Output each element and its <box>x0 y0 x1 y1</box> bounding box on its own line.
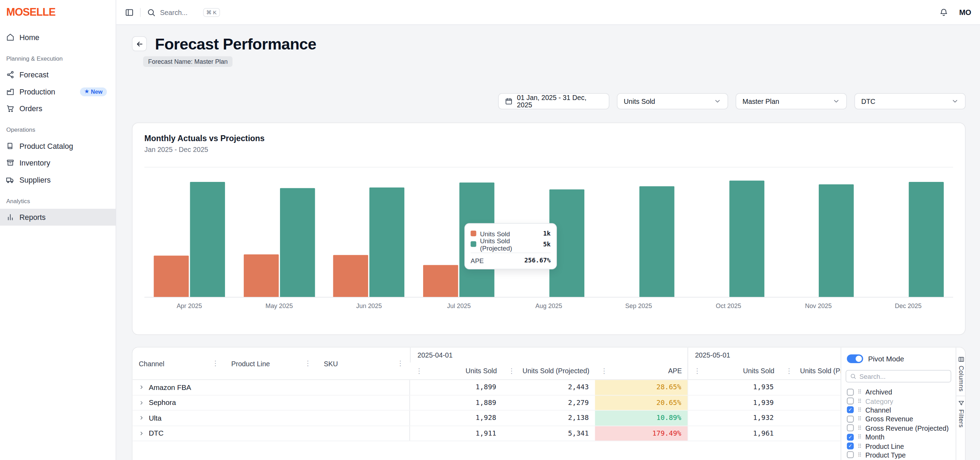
page-title: Forecast Performance <box>155 35 316 52</box>
bar-units-sold-projected[interactable] <box>640 186 675 297</box>
moselle-logo[interactable]: MOSELLE <box>0 6 116 29</box>
row-expand-chevron-icon[interactable] <box>138 430 144 436</box>
channel-cell[interactable]: Amazon FBA <box>132 380 225 395</box>
metric-select[interactable]: Units Sold <box>617 93 728 109</box>
drag-handle-icon[interactable]: ⠿ <box>858 407 862 413</box>
bar-units-sold[interactable] <box>333 255 369 297</box>
tab-filters[interactable]: Filters <box>956 395 966 431</box>
tab-columns[interactable]: Columns <box>956 353 966 396</box>
pivot-mode-toggle[interactable] <box>847 355 863 363</box>
sidebar-toggle-icon[interactable] <box>125 8 134 16</box>
plan-select[interactable]: Master Plan <box>735 93 846 109</box>
bar-units-sold[interactable] <box>154 256 189 297</box>
channel-cell[interactable]: DTC <box>132 426 225 441</box>
arrow-left-icon <box>135 40 143 48</box>
product-line-cell <box>225 395 318 410</box>
column-search[interactable] <box>846 370 951 383</box>
sidebar-item-product-catalog[interactable]: Product Catalog <box>0 137 116 154</box>
field-checkbox[interactable] <box>847 398 854 404</box>
column-field-row[interactable]: ⠿Product Type <box>846 450 951 460</box>
bar-units-sold-projected[interactable] <box>369 187 405 297</box>
date-range-picker[interactable]: 01 Jan, 2025 - 31 Dec, 2025 <box>498 93 609 109</box>
sidebar-item-reports[interactable]: Reports <box>0 209 116 225</box>
drag-handle-icon[interactable]: ⠿ <box>858 452 862 458</box>
column-field-row[interactable]: ✓⠿Channel <box>846 406 951 415</box>
bar-units-sold-projected[interactable] <box>819 184 854 297</box>
column-menu-icon[interactable]: ⋮ <box>212 360 219 367</box>
channel-cell[interactable]: Sephora <box>132 395 225 410</box>
sidebar-item-suppliers[interactable]: Suppliers <box>0 171 116 188</box>
chevron-down-icon <box>951 97 959 105</box>
page-content: Forecast Performance Forecast Name: Mast… <box>116 25 980 460</box>
bar-units-sold[interactable] <box>423 265 458 297</box>
field-checkbox[interactable] <box>847 452 854 458</box>
column-menu-icon[interactable]: ⋮ <box>694 367 701 374</box>
header-sku[interactable]: SKU ⋮ <box>318 347 410 379</box>
sidebar-item-inventory[interactable]: Inventory <box>0 154 116 171</box>
units-sold-apr-cell: 1,928 <box>410 410 503 425</box>
column-menu-icon[interactable]: ⋮ <box>508 367 515 374</box>
user-avatar[interactable]: MO <box>959 8 971 16</box>
drag-handle-icon[interactable]: ⠿ <box>858 398 862 404</box>
column-menu-icon[interactable]: ⋮ <box>601 367 608 374</box>
header-channel[interactable]: Channel ⋮ <box>132 347 225 379</box>
notification-bell-icon[interactable] <box>939 8 948 16</box>
back-button[interactable] <box>132 36 147 51</box>
home-icon <box>6 33 14 41</box>
bar-units-sold-projected[interactable] <box>280 188 315 297</box>
header-units-sold-apr[interactable]: ⋮Units Sold <box>410 362 503 379</box>
row-expand-chevron-icon[interactable] <box>138 415 144 421</box>
bar-units-sold-projected[interactable] <box>909 182 944 297</box>
drag-handle-icon[interactable]: ⠿ <box>858 434 862 440</box>
bar-group <box>773 168 863 297</box>
field-checkbox[interactable]: ✓ <box>847 433 854 441</box>
column-menu-icon[interactable]: ⋮ <box>304 360 311 367</box>
column-field-row[interactable]: ⠿Gross Revenue <box>846 414 951 423</box>
column-field-row[interactable]: ⠿Gross Revenue (Projected) <box>846 423 951 433</box>
column-field-row[interactable]: ⠿Category <box>846 396 951 406</box>
field-checkbox[interactable] <box>847 415 854 422</box>
drag-handle-icon[interactable]: ⠿ <box>858 389 862 395</box>
grid-header: Channel ⋮ Product Line ⋮ SKU ⋮ <box>132 347 840 380</box>
sidebar-item-home[interactable]: Home <box>0 29 116 46</box>
column-field-row[interactable]: ✓⠿Product Line <box>846 441 951 450</box>
header-ape-apr[interactable]: ⋮APE <box>595 362 688 379</box>
header-units-sold-projected-apr[interactable]: ⋮Units Sold (Projected) <box>503 362 595 379</box>
x-axis-label: Sep 2025 <box>594 302 684 310</box>
actual-swatch <box>471 231 476 236</box>
sidebar-item-orders[interactable]: Orders <box>0 100 116 117</box>
group-header-april: 2025-04-01 <box>410 347 687 362</box>
column-search-input[interactable] <box>859 372 947 380</box>
column-menu-icon[interactable]: ⋮ <box>397 360 404 367</box>
field-checkbox[interactable]: ✓ <box>847 407 854 414</box>
header-product-line[interactable]: Product Line ⋮ <box>225 347 318 379</box>
column-menu-icon[interactable]: ⋮ <box>786 367 793 374</box>
channel-cell[interactable]: Ulta <box>132 410 225 425</box>
field-label: Channel <box>865 406 891 414</box>
bar-units-sold[interactable] <box>243 255 278 297</box>
field-checkbox[interactable] <box>847 388 854 396</box>
inventory-icon <box>6 159 14 167</box>
row-expand-chevron-icon[interactable] <box>138 400 144 405</box>
drag-handle-icon[interactable]: ⠿ <box>858 443 862 449</box>
units-sold-apr-cell: 1,889 <box>410 395 503 410</box>
header-units-sold-may[interactable]: ⋮Units Sold <box>687 362 780 379</box>
row-expand-chevron-icon[interactable] <box>138 384 144 390</box>
sidebar-item-forecast[interactable]: Forecast <box>0 66 116 83</box>
drag-handle-icon[interactable]: ⠿ <box>858 425 862 431</box>
column-menu-icon[interactable]: ⋮ <box>415 367 422 374</box>
bar-units-sold-projected[interactable] <box>190 182 225 297</box>
field-checkbox[interactable]: ✓ <box>847 442 854 450</box>
bar-units-sold-projected[interactable] <box>729 181 764 297</box>
field-label: Product Line <box>865 442 904 450</box>
drag-handle-icon[interactable]: ⠿ <box>858 416 862 422</box>
column-field-row[interactable]: ⠿Archived <box>846 388 951 396</box>
sidebar-item-production[interactable]: Production ★New <box>0 83 116 100</box>
channel-select[interactable]: DTC <box>854 93 966 109</box>
column-field-row[interactable]: ✓⠿Month <box>846 433 951 441</box>
sidebar-item-label: Inventory <box>19 158 51 167</box>
header-units-sold-projected-may[interactable]: ⋮Units Sold (Projected) <box>780 362 841 379</box>
field-checkbox[interactable] <box>847 425 854 431</box>
global-search[interactable]: ⌘ K <box>147 8 220 16</box>
search-input[interactable] <box>160 8 199 16</box>
